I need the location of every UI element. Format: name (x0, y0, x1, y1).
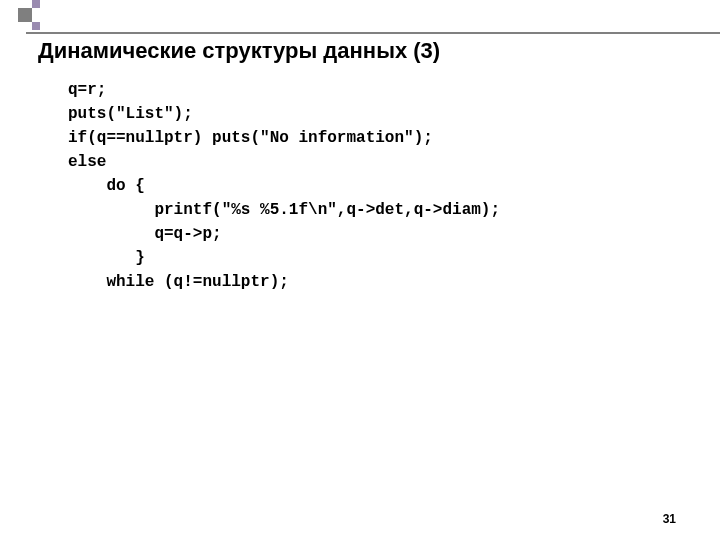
corner-decoration (0, 0, 40, 40)
slide-title: Динамические структуры данных (3) (38, 38, 440, 64)
deco-square-purple-top (32, 0, 40, 8)
horizontal-rule (26, 32, 720, 34)
code-listing: q=r; puts("List"); if(q==nullptr) puts("… (68, 78, 500, 294)
deco-square-purple-bottom (32, 22, 40, 30)
deco-square-gray (18, 8, 32, 22)
page-number: 31 (663, 512, 676, 526)
